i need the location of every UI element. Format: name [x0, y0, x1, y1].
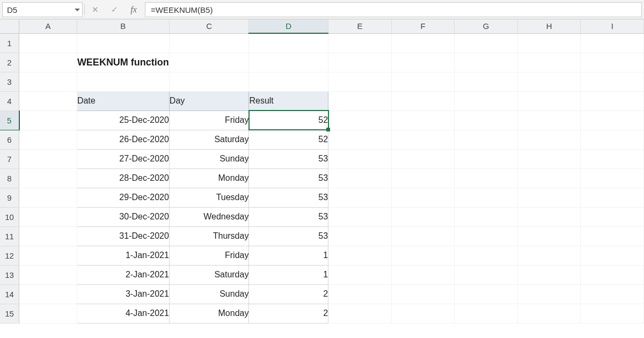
cell-F7[interactable] — [391, 149, 455, 168]
cell-E15[interactable] — [328, 304, 392, 323]
cell-E3[interactable] — [328, 72, 392, 91]
cell-F4[interactable] — [391, 91, 455, 111]
cell-F13[interactable] — [391, 265, 455, 284]
cell-B1[interactable] — [77, 33, 169, 53]
cell-G2[interactable] — [455, 53, 518, 72]
cell-C5[interactable]: Friday — [169, 111, 249, 130]
cell-A1[interactable] — [19, 33, 77, 53]
cell-D5[interactable]: 52 — [249, 111, 328, 130]
cell-A3[interactable] — [19, 72, 77, 91]
row-header-9[interactable]: 9 — [0, 188, 19, 207]
cell-F12[interactable] — [391, 246, 455, 265]
cell-D12[interactable]: 1 — [249, 246, 328, 265]
cell-E7[interactable] — [328, 149, 392, 168]
cell-C12[interactable]: Friday — [169, 246, 249, 265]
col-header-D[interactable]: D — [249, 19, 328, 33]
cell-D11[interactable]: 53 — [249, 226, 328, 246]
cell-H7[interactable] — [517, 149, 581, 168]
cell-E11[interactable] — [328, 226, 392, 246]
cell-B12[interactable]: 1-Jan-2021 — [77, 246, 169, 265]
col-header-A[interactable]: A — [19, 19, 77, 33]
cell-D14[interactable]: 2 — [249, 284, 328, 304]
cell-I11[interactable] — [581, 226, 644, 246]
formula-input[interactable]: =WEEKNUM(B5) — [145, 2, 642, 17]
cell-C13[interactable]: Saturday — [169, 265, 249, 284]
cell-H4[interactable] — [517, 91, 581, 111]
cell-H11[interactable] — [517, 226, 581, 246]
cell-E13[interactable] — [328, 265, 392, 284]
cell-B14[interactable]: 3-Jan-2021 — [77, 284, 169, 304]
cell-F1[interactable] — [391, 33, 455, 53]
cell-D7[interactable]: 53 — [249, 149, 328, 168]
cell-F8[interactable] — [391, 168, 455, 188]
cell-B11[interactable]: 31-Dec-2020 — [77, 226, 169, 246]
cell-F10[interactable] — [391, 207, 455, 226]
cell-D1[interactable] — [249, 33, 328, 53]
cell-H14[interactable] — [517, 284, 581, 304]
cell-G11[interactable] — [455, 226, 518, 246]
cell-C3[interactable] — [169, 72, 249, 91]
cell-D4[interactable]: Result — [249, 91, 328, 111]
cell-B9[interactable]: 29-Dec-2020 — [77, 188, 169, 207]
cell-C1[interactable] — [169, 33, 249, 53]
cell-B7[interactable]: 27-Dec-2020 — [77, 149, 169, 168]
row-header-15[interactable]: 15 — [0, 304, 19, 323]
cell-H12[interactable] — [517, 246, 581, 265]
cell-C8[interactable]: Monday — [169, 168, 249, 188]
cell-B2[interactable]: WEEKNUM function — [77, 53, 169, 72]
cell-H13[interactable] — [517, 265, 581, 284]
cell-E8[interactable] — [328, 168, 392, 188]
cell-A6[interactable] — [19, 130, 77, 149]
row-header-14[interactable]: 14 — [0, 284, 19, 304]
row-header-3[interactable]: 3 — [0, 72, 19, 91]
cell-I12[interactable] — [581, 246, 644, 265]
cell-G6[interactable] — [455, 130, 518, 149]
row-header-1[interactable]: 1 — [0, 33, 19, 53]
row-header-10[interactable]: 10 — [0, 207, 19, 226]
cell-E2[interactable] — [328, 53, 392, 72]
cell-F5[interactable] — [391, 111, 455, 130]
cell-E14[interactable] — [328, 284, 392, 304]
cell-B15[interactable]: 4-Jan-2021 — [77, 304, 169, 323]
cell-C10[interactable]: Wednesday — [169, 207, 249, 226]
row-header-6[interactable]: 6 — [0, 130, 19, 149]
cell-A11[interactable] — [19, 226, 77, 246]
cell-H10[interactable] — [517, 207, 581, 226]
cell-I6[interactable] — [581, 130, 644, 149]
cell-H2[interactable] — [517, 53, 581, 72]
cell-B13[interactable]: 2-Jan-2021 — [77, 265, 169, 284]
cell-D2[interactable] — [249, 53, 328, 72]
cell-C7[interactable]: Sunday — [169, 149, 249, 168]
cell-G13[interactable] — [455, 265, 518, 284]
cell-A7[interactable] — [19, 149, 77, 168]
cell-G8[interactable] — [455, 168, 518, 188]
col-header-G[interactable]: G — [455, 19, 518, 33]
row-header-2[interactable]: 2 — [0, 53, 19, 72]
cell-G14[interactable] — [455, 284, 518, 304]
cell-F6[interactable] — [391, 130, 455, 149]
sheet-area[interactable]: ABCDEFGHI12WEEKNUM function34DateDayResu… — [0, 19, 644, 338]
cell-D9[interactable]: 53 — [249, 188, 328, 207]
cell-G10[interactable] — [455, 207, 518, 226]
cell-I15[interactable] — [581, 304, 644, 323]
cell-F15[interactable] — [391, 304, 455, 323]
cell-E5[interactable] — [328, 111, 392, 130]
cell-G5[interactable] — [455, 111, 518, 130]
cell-H15[interactable] — [517, 304, 581, 323]
cell-I2[interactable] — [581, 53, 644, 72]
cancel-icon[interactable]: ✕ — [90, 5, 100, 13]
cell-B10[interactable]: 30-Dec-2020 — [77, 207, 169, 226]
cell-F3[interactable] — [391, 72, 455, 91]
cell-A2[interactable] — [19, 53, 77, 72]
cell-D6[interactable]: 52 — [249, 130, 328, 149]
name-box-dropdown-icon[interactable] — [72, 9, 82, 11]
cell-H3[interactable] — [517, 72, 581, 91]
cell-D13[interactable]: 1 — [249, 265, 328, 284]
cell-C14[interactable]: Sunday — [169, 284, 249, 304]
cell-A4[interactable] — [19, 91, 77, 111]
cell-G7[interactable] — [455, 149, 518, 168]
cell-E1[interactable] — [328, 33, 392, 53]
cell-B5[interactable]: 25-Dec-2020 — [77, 111, 169, 130]
cell-H9[interactable] — [517, 188, 581, 207]
row-header-4[interactable]: 4 — [0, 91, 19, 111]
